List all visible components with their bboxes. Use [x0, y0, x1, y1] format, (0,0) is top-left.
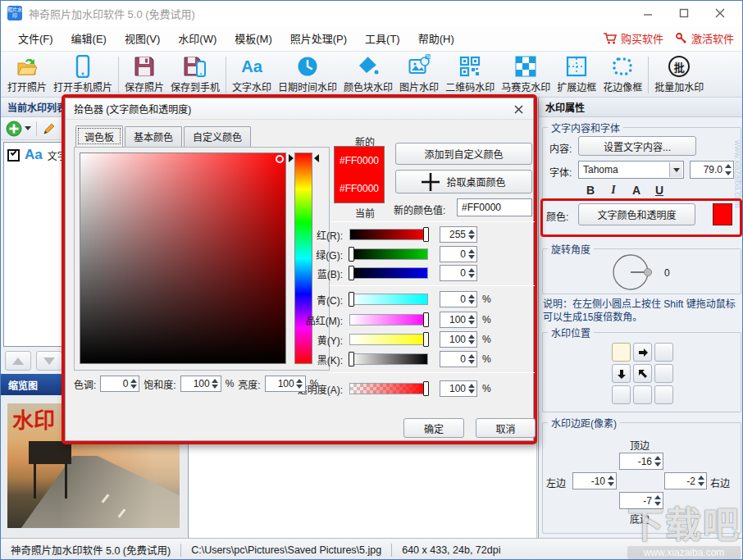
add-to-custom-colors-button[interactable]: 添加到自定义颜色	[395, 143, 532, 165]
activate-software-button[interactable]: 激活软件	[675, 30, 734, 46]
dialog-title-bar[interactable]: 拾色器 (文字颜色和透明度)	[66, 98, 533, 120]
blue-slider[interactable]	[349, 267, 428, 279]
menu-template[interactable]: 模板(M)	[226, 27, 281, 49]
menu-help[interactable]: 帮助(H)	[409, 27, 463, 49]
menu-view[interactable]: 视图(V)	[116, 27, 169, 49]
menu-file[interactable]: 文件(F)	[9, 27, 62, 49]
tab-custom-colors[interactable]: 自定义颜色	[184, 126, 251, 147]
add-watermark-button[interactable]	[6, 121, 31, 137]
cyan-slider[interactable]	[349, 294, 428, 305]
minimize-button[interactable]	[639, 6, 657, 20]
cart-icon	[603, 32, 618, 45]
slider-handle[interactable]	[349, 352, 354, 367]
position-middle-right-button[interactable]	[654, 364, 673, 383]
bold-button[interactable]: B	[582, 184, 599, 197]
slider-handle[interactable]	[349, 266, 354, 280]
black-slider[interactable]	[349, 353, 428, 365]
dialog-close-button[interactable]	[510, 102, 526, 116]
red-spinner[interactable]: 255	[440, 226, 477, 243]
menu-edit[interactable]: 编辑(E)	[62, 27, 116, 49]
pick-desktop-color-button[interactable]: 拾取桌面颜色	[395, 170, 532, 193]
buy-software-button[interactable]: 购买软件	[603, 30, 663, 46]
position-center-button[interactable]	[633, 364, 652, 383]
slider-handle[interactable]	[423, 332, 429, 347]
alpha-slider[interactable]	[349, 383, 428, 394]
datetime-watermark-button[interactable]: 日期时间水印	[275, 53, 340, 97]
new-color-value-input[interactable]	[457, 198, 532, 216]
black-spinner[interactable]: 0	[440, 351, 477, 367]
margin-right-spinner[interactable]: -2	[664, 472, 707, 489]
slider-handle[interactable]	[349, 247, 354, 262]
position-top-center-button[interactable]	[633, 343, 652, 362]
position-bottom-center-button[interactable]	[633, 385, 652, 404]
font-color-button[interactable]: A	[628, 184, 645, 197]
alpha-spinner[interactable]: 100	[440, 380, 477, 397]
cyan-spinner[interactable]: 0	[440, 291, 477, 307]
underline-button[interactable]: U	[651, 184, 668, 197]
spinner-arrows[interactable]	[697, 476, 704, 486]
menu-watermark[interactable]: 水印(W)	[169, 27, 226, 49]
position-bottom-right-button[interactable]	[654, 385, 673, 404]
green-slider[interactable]	[349, 248, 428, 260]
font-family-select[interactable]: Tahoma	[578, 161, 684, 179]
position-top-right-button[interactable]	[654, 343, 673, 362]
spinner-arrows[interactable]	[724, 164, 732, 175]
magenta-slider[interactable]	[349, 314, 428, 326]
hue-spinner[interactable]: 0	[100, 376, 139, 392]
font-size-spinner[interactable]: 79.0	[690, 161, 734, 179]
yellow-spinner[interactable]: 100	[440, 331, 477, 348]
red-slider[interactable]	[349, 229, 428, 240]
saturation-value-square[interactable]	[80, 153, 286, 364]
mosaic-watermark-button[interactable]: 马赛克水印	[498, 53, 554, 97]
open-photo-button[interactable]: 打开照片	[4, 53, 50, 97]
item-checkbox[interactable]	[7, 149, 20, 162]
menu-photo-process[interactable]: 照片处理(P)	[281, 27, 356, 49]
tab-palette[interactable]: 调色板	[75, 125, 123, 147]
rotation-dial[interactable]	[610, 252, 658, 293]
set-text-content-button[interactable]: 设置文字内容...	[578, 136, 696, 156]
text-watermark-button[interactable]: Aa 文字水印	[229, 53, 275, 97]
slider-handle[interactable]	[423, 312, 429, 327]
blue-spinner[interactable]: 0	[440, 265, 477, 281]
green-spinner[interactable]: 0	[440, 246, 477, 262]
menu-tools[interactable]: 工具(T)	[356, 27, 409, 49]
text-color-opacity-button[interactable]: 文字颜色和透明度	[578, 203, 695, 225]
lightness-spinner[interactable]: 100	[265, 376, 306, 392]
toolbar-separator	[118, 57, 119, 93]
spinner-arrows[interactable]	[654, 495, 661, 506]
tab-basic-colors[interactable]: 基本颜色	[125, 126, 182, 147]
ok-button[interactable]: 确定	[403, 418, 464, 438]
current-text-color-swatch[interactable]	[713, 203, 732, 225]
cancel-button[interactable]: 取消	[476, 418, 536, 438]
image-watermark-button[interactable]: 印 图片水印	[396, 53, 442, 97]
spinner-arrows[interactable]	[607, 476, 614, 486]
save-photo-button[interactable]: 保存照片	[121, 53, 167, 97]
save-to-phone-button[interactable]: 保存到手机	[167, 53, 223, 97]
saturation-spinner[interactable]: 100	[180, 376, 221, 392]
slider-handle[interactable]	[349, 292, 354, 307]
italic-button[interactable]: I	[605, 184, 622, 197]
lace-frame-button[interactable]: 花边像框	[599, 53, 645, 97]
slider-handle[interactable]	[423, 227, 429, 242]
extend-border-button[interactable]: 扩展边框	[554, 53, 599, 97]
magenta-spinner[interactable]: 100	[440, 312, 477, 328]
maximize-button[interactable]	[675, 6, 693, 20]
qrcode-watermark-button[interactable]: 二维码水印	[442, 53, 498, 97]
margin-bottom-spinner[interactable]: -7	[619, 492, 663, 509]
position-middle-left-button[interactable]	[612, 364, 631, 383]
colorblock-watermark-button[interactable]: 颜色块水印	[340, 53, 396, 97]
move-down-button[interactable]	[36, 351, 62, 371]
move-up-button[interactable]	[5, 351, 31, 371]
edit-watermark-button[interactable]	[42, 121, 57, 136]
slider-handle[interactable]	[423, 381, 429, 396]
batch-watermark-button[interactable]: 批 批量加水印	[651, 53, 707, 97]
margin-left-spinner[interactable]: -10	[572, 472, 617, 489]
margin-top-spinner[interactable]: -16	[619, 453, 663, 470]
position-top-left-button[interactable]	[612, 343, 631, 362]
open-phone-photo-button[interactable]: 打开手机照片	[50, 53, 116, 97]
position-bottom-left-button[interactable]	[612, 385, 631, 404]
yellow-slider[interactable]	[349, 334, 428, 345]
spinner-arrows[interactable]	[654, 456, 661, 467]
close-button[interactable]	[711, 6, 729, 20]
dropdown-button[interactable]	[669, 162, 682, 177]
